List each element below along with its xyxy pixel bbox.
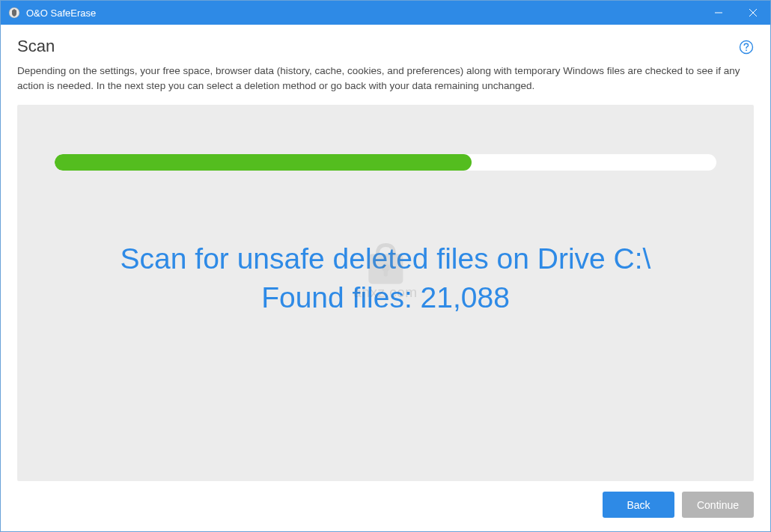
help-button[interactable] [739, 40, 754, 58]
progress-fill [55, 154, 472, 171]
page-title: Scan [17, 37, 55, 56]
status-line-1: Scan for unsafe deleted files on Drive C… [40, 239, 731, 279]
status-line-2: Found files: 21,088 [40, 278, 731, 318]
minimize-button[interactable] [701, 1, 736, 25]
window-title: O&O SafeErase [26, 7, 96, 19]
help-icon [739, 40, 754, 55]
back-button[interactable]: Back [603, 492, 674, 518]
close-icon [749, 9, 757, 16]
progress-bar [55, 154, 716, 171]
app-icon [8, 7, 20, 19]
status-area: anxz.com Scan for unsafe deleted files o… [40, 239, 731, 318]
svg-point-5 [746, 49, 747, 51]
page-description: Depending on the settings, your free spa… [17, 64, 754, 94]
app-window: O&O SafeErase Scan Dependi [0, 0, 771, 532]
minimize-icon [715, 9, 722, 16]
content-area: Scan Depending on the settings, your fre… [1, 25, 770, 531]
footer: Back Continue [17, 492, 754, 518]
close-button[interactable] [736, 1, 770, 25]
header-row: Scan [17, 37, 754, 64]
continue-button[interactable]: Continue [682, 492, 754, 518]
main-panel: anxz.com Scan for unsafe deleted files o… [17, 105, 754, 482]
titlebar: O&O SafeErase [1, 1, 770, 25]
